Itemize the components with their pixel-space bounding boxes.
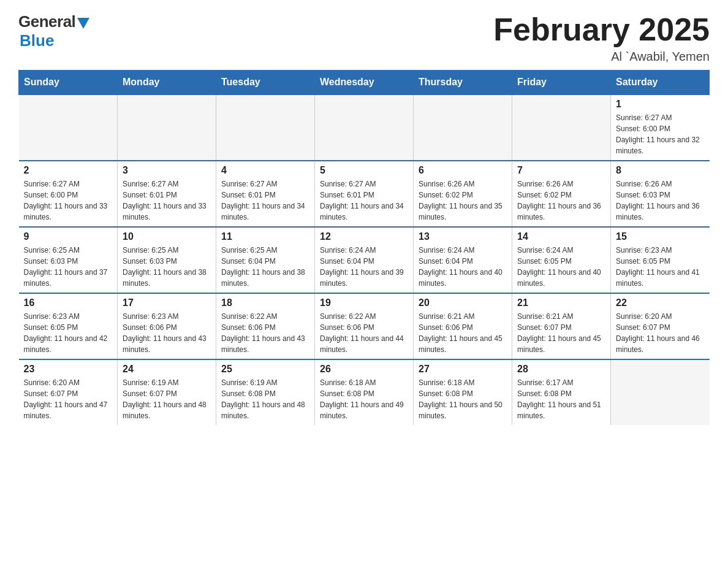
day-number: 7 — [517, 165, 605, 176]
day-info: Sunrise: 6:18 AMSunset: 6:08 PMDaylight:… — [320, 377, 408, 421]
weekday-header-monday: Monday — [118, 71, 216, 95]
calendar-cell — [414, 94, 512, 161]
day-number: 8 — [616, 165, 705, 176]
calendar-cell — [19, 94, 118, 161]
day-number: 28 — [517, 364, 605, 375]
day-number: 11 — [221, 231, 309, 242]
weekday-header-thursday: Thursday — [414, 71, 512, 95]
calendar-cell: 15Sunrise: 6:23 AMSunset: 6:05 PMDayligh… — [611, 227, 710, 293]
calendar-cell: 16Sunrise: 6:23 AMSunset: 6:05 PMDayligh… — [19, 293, 118, 359]
title-section: February 2025 Al `Awabil, Yemen — [493, 12, 710, 64]
calendar-cell: 8Sunrise: 6:26 AMSunset: 6:03 PMDaylight… — [611, 161, 710, 227]
day-info: Sunrise: 6:22 AMSunset: 6:06 PMDaylight:… — [221, 311, 309, 355]
day-number: 15 — [616, 231, 705, 242]
day-info: Sunrise: 6:21 AMSunset: 6:07 PMDaylight:… — [517, 311, 605, 355]
calendar-cell: 20Sunrise: 6:21 AMSunset: 6:06 PMDayligh… — [414, 293, 512, 359]
calendar-cell: 21Sunrise: 6:21 AMSunset: 6:07 PMDayligh… — [512, 293, 611, 359]
day-info: Sunrise: 6:27 AMSunset: 6:00 PMDaylight:… — [616, 112, 705, 156]
calendar-cell: 1Sunrise: 6:27 AMSunset: 6:00 PMDaylight… — [611, 94, 710, 161]
calendar-week-5: 23Sunrise: 6:20 AMSunset: 6:07 PMDayligh… — [19, 359, 710, 425]
calendar-cell — [611, 359, 710, 425]
calendar-cell: 14Sunrise: 6:24 AMSunset: 6:05 PMDayligh… — [512, 227, 611, 293]
calendar-cell: 6Sunrise: 6:26 AMSunset: 6:02 PMDaylight… — [414, 161, 512, 227]
calendar-week-2: 2Sunrise: 6:27 AMSunset: 6:00 PMDaylight… — [19, 161, 710, 227]
calendar-cell: 13Sunrise: 6:24 AMSunset: 6:04 PMDayligh… — [414, 227, 512, 293]
weekday-header-row: SundayMondayTuesdayWednesdayThursdayFrid… — [19, 71, 710, 95]
weekday-header-tuesday: Tuesday — [216, 71, 315, 95]
page-header: General Blue February 2025 Al `Awabil, Y… — [18, 12, 710, 64]
day-number: 12 — [320, 231, 408, 242]
calendar-cell: 7Sunrise: 6:26 AMSunset: 6:02 PMDaylight… — [512, 161, 611, 227]
day-info: Sunrise: 6:24 AMSunset: 6:05 PMDaylight:… — [517, 245, 605, 289]
day-number: 18 — [221, 297, 309, 308]
day-info: Sunrise: 6:24 AMSunset: 6:04 PMDaylight:… — [419, 245, 507, 289]
logo-blue-text: Blue — [20, 31, 54, 50]
day-info: Sunrise: 6:22 AMSunset: 6:06 PMDaylight:… — [320, 311, 408, 355]
calendar-cell: 24Sunrise: 6:19 AMSunset: 6:07 PMDayligh… — [118, 359, 216, 425]
calendar-cell: 5Sunrise: 6:27 AMSunset: 6:01 PMDaylight… — [315, 161, 414, 227]
day-info: Sunrise: 6:20 AMSunset: 6:07 PMDaylight:… — [24, 377, 113, 421]
day-number: 5 — [320, 165, 408, 176]
calendar-cell — [118, 94, 216, 161]
calendar-week-1: 1Sunrise: 6:27 AMSunset: 6:00 PMDaylight… — [19, 94, 710, 161]
weekday-header-friday: Friday — [512, 71, 611, 95]
calendar-week-3: 9Sunrise: 6:25 AMSunset: 6:03 PMDaylight… — [19, 227, 710, 293]
weekday-header-wednesday: Wednesday — [315, 71, 414, 95]
day-info: Sunrise: 6:26 AMSunset: 6:02 PMDaylight:… — [517, 178, 605, 223]
day-info: Sunrise: 6:26 AMSunset: 6:02 PMDaylight:… — [419, 178, 507, 223]
day-info: Sunrise: 6:24 AMSunset: 6:04 PMDaylight:… — [320, 245, 408, 289]
day-number: 13 — [419, 231, 507, 242]
calendar-cell — [512, 94, 611, 161]
weekday-header-saturday: Saturday — [611, 71, 710, 95]
day-number: 16 — [24, 297, 113, 308]
calendar-cell: 23Sunrise: 6:20 AMSunset: 6:07 PMDayligh… — [19, 359, 118, 425]
logo-triangle-icon — [77, 18, 89, 29]
logo-general-text: General — [18, 12, 75, 31]
day-number: 27 — [419, 364, 507, 375]
day-info: Sunrise: 6:25 AMSunset: 6:03 PMDaylight:… — [123, 245, 211, 289]
day-number: 3 — [123, 165, 211, 176]
day-number: 4 — [221, 165, 309, 176]
day-number: 9 — [24, 231, 113, 242]
calendar-cell: 12Sunrise: 6:24 AMSunset: 6:04 PMDayligh… — [315, 227, 414, 293]
day-number: 10 — [123, 231, 211, 242]
day-info: Sunrise: 6:27 AMSunset: 6:01 PMDaylight:… — [320, 178, 408, 223]
calendar-cell: 28Sunrise: 6:17 AMSunset: 6:08 PMDayligh… — [512, 359, 611, 425]
calendar-cell: 22Sunrise: 6:20 AMSunset: 6:07 PMDayligh… — [611, 293, 710, 359]
weekday-header-sunday: Sunday — [19, 71, 118, 95]
day-info: Sunrise: 6:27 AMSunset: 6:00 PMDaylight:… — [24, 178, 113, 223]
day-info: Sunrise: 6:27 AMSunset: 6:01 PMDaylight:… — [221, 178, 309, 223]
calendar-cell: 26Sunrise: 6:18 AMSunset: 6:08 PMDayligh… — [315, 359, 414, 425]
day-number: 22 — [616, 297, 705, 308]
day-number: 1 — [616, 99, 705, 110]
day-info: Sunrise: 6:23 AMSunset: 6:05 PMDaylight:… — [616, 245, 705, 289]
day-number: 25 — [221, 364, 309, 375]
logo: General Blue — [18, 12, 89, 50]
calendar-cell: 11Sunrise: 6:25 AMSunset: 6:04 PMDayligh… — [216, 227, 315, 293]
day-info: Sunrise: 6:20 AMSunset: 6:07 PMDaylight:… — [616, 311, 705, 355]
calendar-week-4: 16Sunrise: 6:23 AMSunset: 6:05 PMDayligh… — [19, 293, 710, 359]
calendar-cell: 25Sunrise: 6:19 AMSunset: 6:08 PMDayligh… — [216, 359, 315, 425]
day-info: Sunrise: 6:25 AMSunset: 6:04 PMDaylight:… — [221, 245, 309, 289]
day-number: 24 — [123, 364, 211, 375]
day-info: Sunrise: 6:23 AMSunset: 6:06 PMDaylight:… — [123, 311, 211, 355]
day-info: Sunrise: 6:21 AMSunset: 6:06 PMDaylight:… — [419, 311, 507, 355]
day-number: 19 — [320, 297, 408, 308]
calendar-cell: 4Sunrise: 6:27 AMSunset: 6:01 PMDaylight… — [216, 161, 315, 227]
day-info: Sunrise: 6:23 AMSunset: 6:05 PMDaylight:… — [24, 311, 113, 355]
day-info: Sunrise: 6:19 AMSunset: 6:07 PMDaylight:… — [123, 377, 211, 421]
calendar-cell: 17Sunrise: 6:23 AMSunset: 6:06 PMDayligh… — [118, 293, 216, 359]
day-info: Sunrise: 6:25 AMSunset: 6:03 PMDaylight:… — [24, 245, 113, 289]
calendar-table: SundayMondayTuesdayWednesdayThursdayFrid… — [18, 70, 710, 425]
calendar-cell — [315, 94, 414, 161]
day-info: Sunrise: 6:19 AMSunset: 6:08 PMDaylight:… — [221, 377, 309, 421]
day-info: Sunrise: 6:17 AMSunset: 6:08 PMDaylight:… — [517, 377, 605, 421]
calendar-cell: 18Sunrise: 6:22 AMSunset: 6:06 PMDayligh… — [216, 293, 315, 359]
day-number: 20 — [419, 297, 507, 308]
calendar-cell: 9Sunrise: 6:25 AMSunset: 6:03 PMDaylight… — [19, 227, 118, 293]
day-number: 26 — [320, 364, 408, 375]
day-number: 14 — [517, 231, 605, 242]
day-number: 2 — [24, 165, 113, 176]
calendar-cell: 27Sunrise: 6:18 AMSunset: 6:08 PMDayligh… — [414, 359, 512, 425]
calendar-cell: 19Sunrise: 6:22 AMSunset: 6:06 PMDayligh… — [315, 293, 414, 359]
